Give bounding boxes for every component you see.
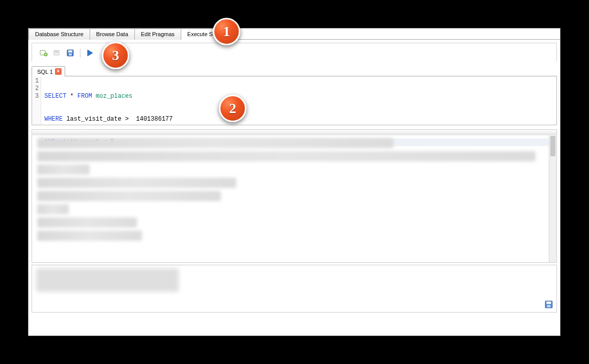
line-number: 1 (35, 77, 39, 85)
results-scrollbar[interactable] (549, 135, 556, 262)
tab-browse-data[interactable]: Browse Data (90, 29, 135, 40)
sql-tab-label: SQL 1 (37, 69, 53, 75)
callout-badge-1: 1 (213, 18, 240, 45)
close-tab-icon[interactable]: × (55, 68, 62, 75)
callout-badge-2: 2 (219, 95, 246, 122)
main-tab-bar: Database Structure Browse Data Edit Prag… (29, 29, 560, 40)
svg-rect-4 (55, 52, 58, 53)
result-row (37, 178, 236, 188)
keyword: SELECT (44, 93, 66, 100)
tab-database-structure[interactable]: Database Structure (29, 29, 90, 40)
status-panel (32, 265, 557, 313)
result-row (37, 191, 221, 201)
run-sql-icon[interactable] (86, 48, 95, 58)
sql-tab-1[interactable]: SQL 1 × (32, 66, 65, 76)
app-window: Database Structure Browse Data Edit Prag… (28, 28, 560, 336)
svg-rect-10 (547, 305, 551, 307)
status-save-icon[interactable] (544, 300, 553, 309)
svg-rect-7 (69, 53, 72, 55)
code-line: WHERE last_visit_date > 1401386177 (44, 116, 553, 123)
results-panel[interactable] (32, 129, 557, 263)
line-number: 3 (35, 93, 39, 100)
result-row (37, 138, 394, 148)
result-row (37, 217, 137, 228)
results-header (32, 130, 556, 135)
identifier: moz_places (96, 93, 132, 100)
tab-edit-pragmas[interactable]: Edit Pragmas (134, 29, 181, 40)
save-sql-icon[interactable] (66, 48, 75, 58)
line-number: 2 (35, 85, 39, 93)
scrollbar-thumb[interactable] (550, 136, 555, 156)
svg-rect-6 (68, 50, 72, 52)
code-text (92, 93, 96, 100)
keyword: FROM (77, 93, 92, 100)
code-text: * (66, 93, 77, 100)
code-text: last_visit_date > 1401386177 (63, 116, 173, 123)
svg-rect-3 (55, 51, 58, 52)
editor-gutter: 1 2 3 (32, 76, 41, 125)
result-row (37, 204, 69, 214)
new-tab-icon[interactable] (39, 48, 48, 58)
editor-code[interactable]: SELECT * FROM moz_places WHERE last_visi… (41, 76, 556, 125)
code-line: SELECT * FROM moz_places (44, 93, 553, 100)
svg-rect-9 (547, 301, 551, 304)
status-text (36, 268, 179, 292)
sql-editor[interactable]: 1 2 3 SELECT * FROM moz_places WHERE las… (32, 76, 557, 125)
result-row (37, 151, 536, 161)
result-row (37, 164, 90, 175)
toolbar-separator (80, 48, 80, 58)
open-tab-icon[interactable] (52, 48, 62, 58)
keyword: WHERE (44, 116, 63, 123)
callout-badge-3: 3 (102, 42, 129, 69)
result-row (37, 231, 142, 241)
